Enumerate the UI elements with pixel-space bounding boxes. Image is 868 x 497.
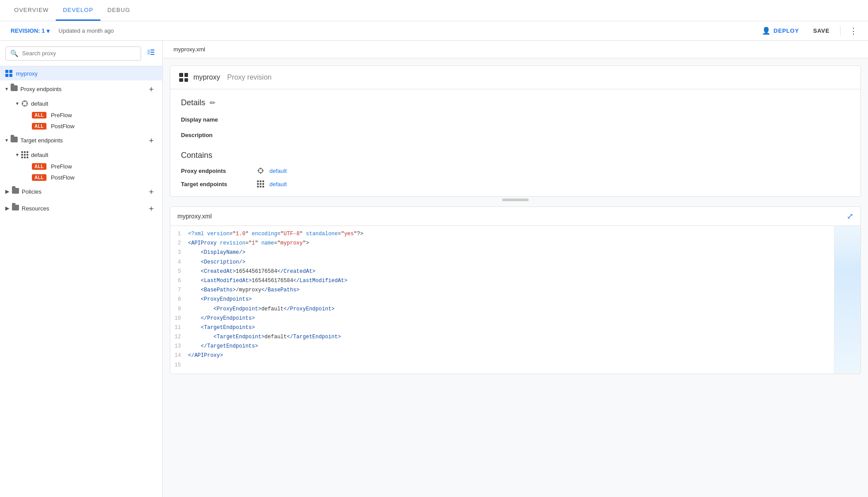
search-box[interactable]: 🔍 [5,46,141,61]
resources-chevron: ▶ [5,205,9,211]
tab-develop[interactable]: DEVELOP [56,0,100,21]
target-preflow-item[interactable]: ALL PreFlow [11,161,162,172]
display-name-value [252,115,850,125]
target-default-header[interactable]: ▾ default [11,149,162,161]
target-preflow-label: PreFlow [51,163,72,170]
description-value [252,130,850,140]
resources-section[interactable]: ▶ Resources ＋ [0,200,162,217]
sidebar: 🔍 myproxy ▾ [0,41,163,497]
proxy-endpoints-section[interactable]: ▾ Proxy endpoints ＋ [0,80,162,97]
policies-folder-icon [12,188,19,195]
proxy-card-subtitle: Proxy revision [227,73,271,81]
save-button[interactable]: SAVE [808,25,835,37]
sidebar-search-row: 🔍 [0,41,162,66]
expand-icon[interactable]: ⤢ [847,211,853,221]
svg-rect-0 [147,50,150,55]
xml-editor-container: myproxy.xml ⤢ 1 <?xml version="1.0" enco… [170,206,861,374]
code-line-1: 1 <?xml version="1.0" encoding="UTF-8" s… [170,229,834,239]
proxy-preflow-label: PreFlow [51,112,72,119]
crosshair-icon [21,100,28,107]
target-endpoints-title: Target endpoints [20,137,143,144]
code-line-11: 11 <TargetEndpoints> [170,323,834,333]
more-button[interactable]: ⋮ [846,23,861,38]
details-heading-row: Details ✏ [181,98,850,107]
tab-debug[interactable]: DEBUG [100,0,137,21]
revision-actions: 👤 DEPLOY SAVE ⋮ [757,23,861,38]
code-line-12: 12 <TargetEndpoint>default</TargetEndpoi… [170,333,834,342]
target-postflow-item[interactable]: ALL PostFlow [11,172,162,183]
revision-bar: REVISION: 1 ▾ Updated a month ago 👤 DEPL… [0,21,868,41]
proxy-card-header: myproxy Proxy revision [170,66,860,89]
add-proxy-endpoint-button[interactable]: ＋ [146,84,157,94]
scroll-handle [502,199,529,201]
target-default-chevron: ▾ [16,152,19,158]
deploy-label: DEPLOY [774,27,799,34]
contains-heading: Contains [181,151,850,160]
person-icon: 👤 [762,27,771,35]
folder-icon [11,85,18,92]
myproxy-label: myproxy [16,70,38,77]
edit-icon[interactable]: ✏ [210,99,215,107]
sidebar-item-myproxy[interactable]: myproxy [0,66,162,80]
proxy-crosshair-icon [252,167,269,174]
code-line-13: 13 </TargetEndpoints> [170,342,834,351]
add-resource-button[interactable]: ＋ [146,203,157,213]
revision-label: REVISION: 1 [11,27,45,34]
code-line-8: 8 <ProxyEndpoints> [170,295,834,304]
display-name-label: Display name [181,115,252,125]
add-target-endpoint-button[interactable]: ＋ [146,135,157,145]
revision-time: Updated a month ago [58,27,114,34]
proxy-postflow-item[interactable]: ALL PostFlow [11,121,162,132]
minimap [834,226,860,374]
code-line-10: 10 </ProxyEndpoints> [170,314,834,323]
target-grid-icon [21,151,28,158]
file-tab[interactable]: myproxy.xml [170,46,209,53]
proxy-postflow-badge: ALL [32,123,46,130]
code-line-14: 14 </APIProxy> [170,351,834,360]
details-grid: Display name Description [181,115,850,140]
target-postflow-label: PostFlow [51,174,74,181]
code-line-5: 5 <CreatedAt>1654456176584</CreatedAt> [170,267,834,276]
proxy-card-body: Details ✏ Display name Description Conta… [170,89,860,196]
proxy-preflow-badge: ALL [32,112,46,119]
main-content: myproxy.xml myproxy Proxy revision Detai… [163,41,868,497]
svg-rect-1 [150,50,154,50]
target-preflow-badge: ALL [32,163,46,170]
chevron-down-icon: ▾ [46,27,50,34]
code-line-7: 7 <BasePaths>/myproxy</BasePaths> [170,286,834,295]
top-nav: OVERVIEW DEVELOP DEBUG [0,0,868,21]
proxy-endpoints-chevron: ▾ [5,86,8,92]
code-line-6: 6 <LastModifiedAt>1654456176584</LastMod… [170,276,834,286]
revision-button[interactable]: REVISION: 1 ▾ [7,26,53,36]
target-endpoints-chevron: ▾ [5,137,8,143]
resources-folder-icon [12,205,19,212]
proxy-default-label: default [31,100,48,107]
proxy-card: myproxy Proxy revision Details ✏ Display… [170,65,861,197]
proxy-default-header[interactable]: ▾ default [11,97,162,110]
policies-section[interactable]: ▶ Policies ＋ [0,183,162,200]
collapse-sidebar-button[interactable] [145,46,157,61]
target-endpoints-link[interactable]: default [269,181,850,187]
tab-overview[interactable]: OVERVIEW [7,0,56,21]
divider [840,26,841,36]
add-policy-button[interactable]: ＋ [146,187,157,196]
proxy-preflow-item[interactable]: ALL PreFlow [11,110,162,121]
folder-icon-2 [11,137,18,144]
policies-chevron: ▶ [5,188,9,195]
code-line-3: 3 <DisplayName/> [170,248,834,257]
proxy-endpoints-link[interactable]: default [269,168,850,174]
deploy-button[interactable]: 👤 DEPLOY [757,24,804,38]
code-line-4: 4 <Description/> [170,258,834,267]
proxy-default-chevron: ▾ [16,100,19,107]
code-area[interactable]: 1 <?xml version="1.0" encoding="UTF-8" s… [170,226,834,374]
target-endpoints-contains-label: Target endpoints [181,181,252,187]
target-endpoints-section[interactable]: ▾ Target endpoints ＋ [0,132,162,149]
search-input[interactable] [22,50,136,57]
target-default-label: default [31,152,48,158]
xml-editor-header: myproxy.xml ⤢ [170,207,860,226]
proxy-postflow-label: PostFlow [51,123,74,130]
code-line-15: 15 [170,361,834,370]
main-layout: 🔍 myproxy ▾ [0,41,868,497]
svg-rect-2 [150,52,154,53]
resources-title: Resources [22,205,143,212]
